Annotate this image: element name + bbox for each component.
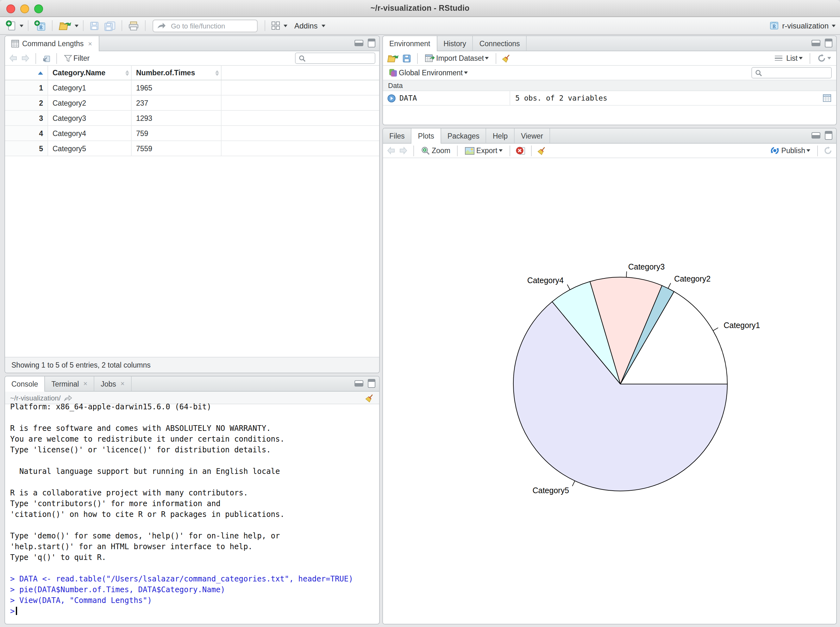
column-number-of-times[interactable]: Number.of.Times: [132, 66, 221, 80]
toolbar-divider: [531, 145, 531, 156]
clear-all-plots-icon[interactable]: [537, 146, 546, 155]
export-caret: [499, 149, 502, 152]
tab-plots[interactable]: Plots: [412, 128, 441, 143]
open-recent-caret[interactable]: [75, 24, 79, 27]
table-row[interactable]: 2Category2237: [5, 96, 379, 111]
minimize-panel-icon[interactable]: [812, 40, 820, 46]
new-project-button[interactable]: R: [33, 19, 47, 32]
close-button[interactable]: [6, 5, 15, 13]
open-file-button[interactable]: [57, 20, 73, 32]
column-rownumber[interactable]: [5, 66, 48, 80]
project-caret: [832, 24, 835, 27]
tab-viewer[interactable]: Viewer: [515, 128, 550, 143]
new-file-menu-caret[interactable]: [20, 24, 24, 27]
list-view-button[interactable]: List: [774, 54, 804, 63]
table-row[interactable]: 4Category4759: [5, 126, 379, 141]
viewer-search-input[interactable]: [308, 54, 371, 63]
save-all-icon: [104, 20, 116, 31]
previous-plot-icon[interactable]: [387, 147, 396, 154]
next-plot-icon[interactable]: [399, 147, 407, 154]
maximize-panel-icon[interactable]: [368, 39, 375, 47]
data-object-row[interactable]: DATA 5 obs. of 2 variables: [383, 91, 836, 106]
tab-history[interactable]: History: [437, 36, 473, 50]
maximize-panel-icon[interactable]: [825, 39, 832, 47]
view-object-icon[interactable]: [823, 94, 831, 102]
zoom-button[interactable]: [34, 5, 43, 13]
tab-environment[interactable]: Environment: [383, 36, 437, 51]
panes-layout-button[interactable]: [270, 20, 282, 31]
addins-label: Addins: [294, 21, 317, 30]
clear-environment-icon[interactable]: [502, 54, 511, 63]
clear-console-icon[interactable]: [365, 393, 374, 402]
export-plot-button[interactable]: Export: [464, 146, 504, 155]
tab-packages[interactable]: Packages: [441, 128, 486, 143]
minimize-panel-icon[interactable]: [354, 40, 363, 46]
import-dataset-button[interactable]: Import Dataset: [423, 53, 490, 63]
zoom-plot-button[interactable]: Zoom: [420, 145, 452, 156]
publish-label: Publish: [782, 147, 805, 154]
tab-label: Plots: [418, 132, 434, 140]
table-row[interactable]: 3Category31293: [5, 111, 379, 126]
console-output-line: 'help.start()' for an HTML browser inter…: [10, 542, 374, 552]
project-menu-button[interactable]: R r-visualization: [769, 21, 835, 30]
new-file-button[interactable]: [5, 20, 18, 32]
environment-search-input[interactable]: [765, 68, 828, 77]
console-output[interactable]: Platform: x86_64-apple-darwin15.6.0 (64-…: [5, 400, 379, 621]
environment-search-box[interactable]: [752, 67, 832, 79]
close-tab-icon[interactable]: ×: [121, 380, 125, 387]
maximize-panel-icon[interactable]: [368, 379, 375, 388]
tab-label: Command Lengths: [22, 40, 84, 47]
column-category-name[interactable]: Category.Name: [48, 66, 132, 80]
forward-icon[interactable]: [21, 54, 30, 62]
open-in-window-icon[interactable]: [42, 54, 51, 62]
addins-button[interactable]: Addins: [293, 20, 326, 31]
environment-scope-row: Global Environment: [383, 66, 836, 80]
tab-files[interactable]: Files: [383, 128, 412, 143]
tab-label: Packages: [448, 132, 480, 140]
tab-terminal[interactable]: Terminal×: [45, 377, 94, 391]
console-output-line: [10, 477, 374, 488]
console-output-line: You are welcome to redistribute it under…: [10, 434, 374, 445]
save-workspace-icon[interactable]: [402, 54, 411, 63]
goto-directory-icon[interactable]: [64, 394, 72, 401]
refresh-plot-icon[interactable]: [824, 146, 832, 155]
close-tab-icon[interactable]: ×: [83, 380, 87, 387]
filter-button[interactable]: Filter: [63, 54, 91, 63]
goto-file-box[interactable]: [153, 19, 257, 32]
tab-console[interactable]: Console: [5, 377, 45, 392]
goto-file-input[interactable]: [170, 21, 253, 30]
expand-object-icon[interactable]: [387, 94, 396, 102]
pie-label-tick: [572, 481, 575, 486]
refresh-environment-button[interactable]: [816, 53, 832, 63]
save-button[interactable]: [88, 20, 101, 32]
panes-layout-caret[interactable]: [284, 24, 287, 27]
tab-jobs[interactable]: Jobs×: [94, 377, 131, 391]
tab-command-lengths[interactable]: Command Lengths ×: [5, 36, 99, 51]
print-button[interactable]: [126, 20, 141, 32]
viewer-search-box[interactable]: [295, 52, 375, 64]
sort-ascending-icon: [38, 71, 43, 74]
table-row[interactable]: 5Category57559: [5, 141, 379, 156]
back-icon[interactable]: [9, 54, 18, 62]
global-environment-selector[interactable]: Global Environment: [387, 68, 469, 78]
minimize-button[interactable]: [20, 5, 29, 13]
tab-help[interactable]: Help: [486, 128, 515, 143]
maximize-panel-icon[interactable]: [825, 131, 832, 140]
viewer-tabbar: Command Lengths ×: [5, 36, 379, 51]
remove-plot-icon[interactable]: [516, 146, 525, 155]
table-cell: 5: [5, 141, 48, 156]
publish-button[interactable]: Publish: [769, 145, 812, 156]
load-workspace-icon[interactable]: [387, 54, 399, 63]
close-tab-icon[interactable]: ×: [88, 40, 92, 47]
table-cell: 1293: [132, 111, 221, 125]
minimize-panel-icon[interactable]: [354, 380, 363, 387]
minimize-panel-icon[interactable]: [812, 132, 820, 139]
tab-label: Viewer: [521, 132, 543, 140]
window-titlebar: ~/r-visualization - RStudio: [0, 0, 840, 17]
pie-label: Category3: [628, 262, 665, 271]
table-row[interactable]: 1Category11965: [5, 80, 379, 96]
project-cube-icon: R: [769, 21, 779, 30]
tab-connections[interactable]: Connections: [473, 36, 527, 50]
save-all-button[interactable]: [103, 20, 117, 32]
pie-label: Category4: [527, 276, 564, 285]
